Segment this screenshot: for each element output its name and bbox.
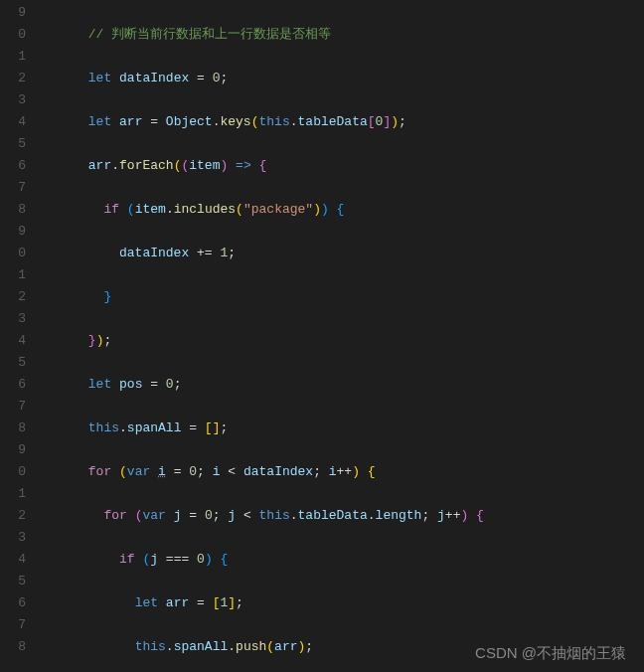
code-line[interactable]: // 判断当前行数据和上一行数据是否相等	[42, 24, 644, 46]
line-number: 2	[0, 68, 26, 89]
line-number: 5	[0, 571, 26, 592]
line-number: 9	[0, 439, 26, 461]
line-number: 5	[0, 133, 26, 155]
line-number: 4	[0, 111, 26, 133]
line-number: 6	[0, 374, 26, 396]
code-line[interactable]: });	[42, 330, 644, 352]
code-line[interactable]: arr.forEach((item) => {	[42, 155, 644, 177]
line-number: 1	[0, 483, 26, 505]
code-line[interactable]: let pos = 0;	[42, 374, 644, 396]
code-line[interactable]: if (item.includes("package")) {	[42, 199, 644, 221]
code-line[interactable]: let dataIndex = 0;	[42, 68, 644, 89]
code-line[interactable]: for (var j = 0; j < this.tableData.lengt…	[42, 505, 644, 527]
line-number: 7	[0, 614, 26, 636]
line-number: 0	[0, 24, 26, 46]
line-number: 3	[0, 89, 26, 111]
line-number: 8	[0, 199, 26, 221]
line-number: 7	[0, 396, 26, 418]
line-number: 4	[0, 330, 26, 352]
code-content[interactable]: // 判断当前行数据和上一行数据是否相等 let dataIndex = 0; …	[42, 2, 644, 672]
line-number: 6	[0, 592, 26, 614]
code-line[interactable]: this.spanAll.push(arr);	[42, 636, 644, 658]
line-number: 0	[0, 243, 26, 264]
line-number: 3	[0, 527, 26, 549]
line-number: 7	[0, 177, 26, 199]
line-number: 3	[0, 308, 26, 330]
code-line[interactable]: dataIndex += 1;	[42, 243, 644, 264]
line-number: 8	[0, 636, 26, 658]
code-line[interactable]: for (var i = 0; i < dataIndex; i++) {	[42, 461, 644, 483]
code-editor[interactable]: 9 0 1 2 3 4 5 6 7 8 9 0 1 2 3 4 5 6 7 8 …	[0, 0, 644, 672]
line-number: 1	[0, 46, 26, 68]
line-number: 9	[0, 221, 26, 243]
line-number: 0	[0, 461, 26, 483]
line-number: 8	[0, 418, 26, 439]
line-number-gutter: 9 0 1 2 3 4 5 6 7 8 9 0 1 2 3 4 5 6 7 8 …	[0, 2, 42, 672]
line-number: 9	[0, 2, 26, 24]
code-line[interactable]: let arr = [1];	[42, 592, 644, 614]
code-line[interactable]: }	[42, 286, 644, 308]
code-line[interactable]: this.spanAll = [];	[42, 418, 644, 439]
line-number: 2	[0, 505, 26, 527]
code-line[interactable]: let arr = Object.keys(this.tableData[0])…	[42, 111, 644, 133]
line-number: 6	[0, 155, 26, 177]
line-number: 4	[0, 549, 26, 571]
line-number: 5	[0, 352, 26, 374]
line-number: 2	[0, 286, 26, 308]
code-line[interactable]: if (j === 0) {	[42, 549, 644, 571]
line-number: 1	[0, 264, 26, 286]
